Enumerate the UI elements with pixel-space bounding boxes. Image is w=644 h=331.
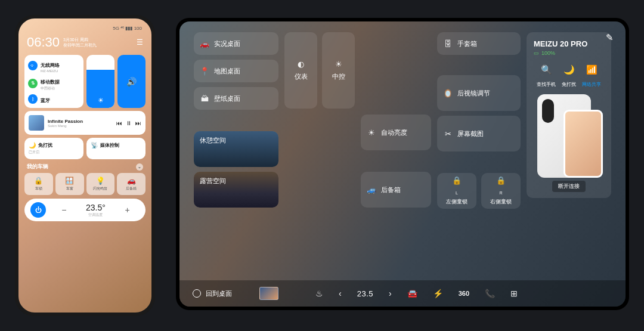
wifi-label: 无线网络: [41, 63, 60, 68]
connected-device-card: MEIZU 20 PRO ▭100% 🔍查找手机 🌙免打扰 📶网络共享 断开连接: [527, 32, 611, 198]
car-status-icon[interactable]: 🚘: [407, 289, 417, 298]
climate-control: ⏻ − 23.5° 空调温度 +: [24, 199, 145, 221]
device-dnd-label: 免打扰: [562, 82, 576, 87]
search-icon: 🔍: [537, 64, 556, 75]
car-trunk-label: 后备箱: [118, 186, 144, 191]
data-toggle[interactable]: ⇅ 移动数据中国移动: [28, 75, 80, 91]
temp-value: 23.5°: [86, 203, 106, 212]
temp-down-icon[interactable]: ‹: [339, 289, 342, 298]
wifi-toggle[interactable]: ᯤ 无线网络MZ-MEIZU: [28, 58, 80, 73]
wallpaper-thumb[interactable]: [259, 287, 278, 300]
prev-icon[interactable]: ⏮: [116, 120, 122, 126]
dnd-tile[interactable]: 🌙免打扰 已开启: [24, 138, 83, 159]
date-line2: 癸卯年闰二月初九: [63, 42, 97, 48]
cast-icon: 📡: [91, 142, 98, 149]
car-display: ✎ 🚗实况桌面 📍地图桌面 🏔壁纸桌面 休憩空间 露营空间 ◐仪表 ☀中控 ☀自…: [176, 18, 629, 310]
map-desktop-tile[interactable]: 📍地图桌面: [194, 60, 278, 82]
mirror-adjust-label: 后视镜调节: [457, 89, 490, 98]
car-window-label: 车窗: [57, 186, 83, 191]
lock-icon: 🔒: [26, 177, 52, 185]
brightness-slider[interactable]: ☀: [86, 55, 114, 108]
menu-icon[interactable]: ☰: [137, 38, 143, 47]
phone-render-front: [564, 110, 603, 178]
lock-l-icon: 🔒L: [452, 176, 462, 195]
car-lock-tile[interactable]: 🔒车锁: [24, 173, 53, 195]
media-control-tile[interactable]: 📡媒体控制: [86, 138, 145, 159]
center-console-tile[interactable]: ☀中控: [322, 32, 355, 109]
home-button[interactable]: 回到桌面: [193, 289, 232, 298]
device-battery: ▭100%: [534, 50, 604, 56]
screenshot-label: 屏幕截图: [457, 129, 484, 138]
live-desktop-tile[interactable]: 🚗实况桌面: [194, 32, 278, 55]
music-player[interactable]: Infinite Passion Sukin Meng ⏮ ⏸ ⏭: [24, 111, 145, 135]
dashboard-tile[interactable]: ◐仪表: [284, 32, 317, 109]
wallpaper-desktop-tile[interactable]: 🏔壁纸桌面: [194, 87, 278, 110]
temp-plus[interactable]: +: [125, 205, 129, 215]
flash-icon[interactable]: ⚡: [433, 289, 443, 298]
child-lock-right-tile[interactable]: 🔒R右侧童锁: [481, 173, 521, 209]
bt-label: 蓝牙: [41, 98, 50, 103]
car-horn-label: 闪光鸣笛: [88, 186, 114, 191]
hotspot-button[interactable]: 📶网络共享: [582, 64, 601, 88]
temp-minus[interactable]: −: [61, 205, 66, 215]
disconnect-button[interactable]: 断开连接: [552, 181, 586, 192]
screenshot-tile[interactable]: ✂屏幕截图: [437, 116, 521, 151]
dnd-sub: 已开启: [29, 150, 79, 155]
home-label: 回到桌面: [206, 289, 232, 298]
car-screen: ✎ 🚗实况桌面 📍地图桌面 🏔壁纸桌面 休憩空间 露营空间 ◐仪表 ☀中控 ☀自…: [179, 21, 626, 307]
mirror-adjust-tile[interactable]: 🪞后视镜调节: [437, 75, 521, 111]
glove-box-tile[interactable]: 🗄手套箱: [437, 32, 521, 55]
album-art: [29, 115, 44, 131]
volume-tile[interactable]: 🔊: [117, 55, 145, 108]
clock-row: 06:30 3月30日 周四 癸卯年闰二月初九 ☰: [24, 32, 145, 55]
bluetooth-icon: ᛒ: [28, 94, 38, 104]
data-label: 移动数据: [41, 79, 60, 85]
sun-icon: ☀: [334, 60, 343, 69]
device-dnd-button[interactable]: 🌙免打扰: [562, 64, 576, 88]
pause-icon[interactable]: ⏸: [126, 120, 132, 126]
wifi-icon: ᯤ: [28, 61, 38, 70]
bluetooth-toggle[interactable]: ᛒ 蓝牙: [28, 94, 80, 104]
wallpaper-desktop-label: 壁纸桌面: [214, 94, 240, 103]
media-label: 媒体控制: [100, 142, 119, 149]
rest-scene-tile[interactable]: 休憩空间: [194, 131, 278, 167]
moon-icon: 🌙: [562, 64, 576, 75]
car-window-tile[interactable]: 🪟车窗: [55, 173, 84, 195]
phone-mockup: 5G ⁴⁶ ▮▮▮ 100 06:30 3月30日 周四 癸卯年闰二月初九 ☰ …: [15, 15, 155, 316]
device-name: MEIZU 20 PRO: [534, 39, 604, 48]
wifi-sub: MZ-MEIZU: [41, 69, 60, 73]
live-desktop-label: 实况桌面: [214, 39, 240, 48]
car-title: 我的车辆: [27, 163, 48, 171]
phone-icon[interactable]: 📞: [485, 289, 495, 298]
glove-box-label: 手套箱: [457, 39, 477, 48]
center-console-label: 中控: [332, 72, 345, 81]
camping-scene-label: 露营空间: [200, 177, 226, 185]
dock-temperature: 23.5: [357, 289, 373, 298]
apps-icon[interactable]: ⊞: [510, 289, 518, 298]
child-lock-left-tile[interactable]: 🔒L左侧童锁: [437, 173, 476, 209]
phone-screen: 5G ⁴⁶ ▮▮▮ 100 06:30 3月30日 周四 癸卯年闰二月初九 ☰ …: [18, 18, 151, 313]
dnd-label: 免打扰: [38, 142, 52, 149]
next-icon[interactable]: ⏭: [135, 120, 141, 126]
child-lock-left-label: 左侧童锁: [446, 198, 467, 206]
battery-value: 100%: [541, 50, 555, 56]
map-desktop-label: 地图桌面: [214, 67, 240, 76]
power-button[interactable]: ⏻: [30, 202, 46, 218]
defrost-icon[interactable]: ♨: [315, 289, 323, 298]
car-trunk-tile[interactable]: 🚗后备箱: [117, 173, 145, 195]
auto-brightness-tile[interactable]: ☀自动亮度: [361, 115, 431, 150]
trunk-icon: 🚙: [367, 185, 376, 194]
find-phone-button[interactable]: 🔍查找手机: [537, 64, 556, 88]
temp-up-icon[interactable]: ›: [389, 289, 392, 298]
trunk-tile[interactable]: 🚙后备箱: [361, 172, 431, 208]
data-icon: ⇅: [28, 79, 38, 88]
window-icon: 🪟: [57, 177, 83, 185]
clock-date: 3月30日 周四 癸卯年闰二月初九: [63, 37, 97, 48]
rest-scene-label: 休憩空间: [200, 136, 226, 145]
camera-360-icon[interactable]: 360: [459, 290, 469, 297]
camping-scene-tile[interactable]: 露营空间: [194, 172, 278, 208]
mirror-icon: 🪞: [443, 89, 453, 98]
lock-r-icon: 🔒R: [496, 176, 506, 195]
car-horn-tile[interactable]: 💡闪光鸣笛: [86, 173, 115, 195]
car-expand-icon[interactable]: ⌄: [136, 163, 143, 171]
